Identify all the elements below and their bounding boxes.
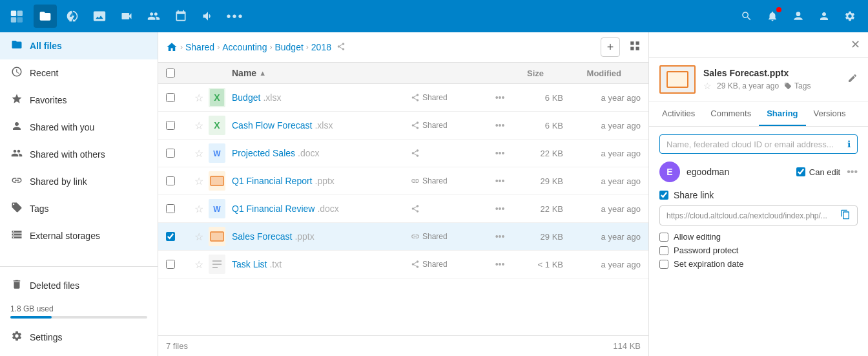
sidebar: All files Recent Favorites Shared with y…: [0, 32, 158, 356]
breadcrumb-home[interactable]: [166, 41, 178, 53]
sidebar-item-settings[interactable]: Settings: [0, 324, 158, 351]
share-user-more-button[interactable]: •••: [847, 166, 858, 178]
settings-icon[interactable]: [838, 5, 862, 28]
file-thumbnail: [659, 65, 696, 94]
nav-gallery-icon[interactable]: [88, 5, 111, 28]
shared-status: Shared: [411, 232, 488, 241]
nav-activity-icon[interactable]: [61, 5, 84, 28]
more-actions[interactable]: •••: [488, 92, 512, 103]
table-row[interactable]: ☆ Task List.txt Shared •••: [158, 251, 648, 278]
more-actions[interactable]: •••: [488, 231, 512, 242]
breadcrumb-shared[interactable]: Shared: [185, 42, 214, 52]
panel-tags-button[interactable]: Tags: [784, 81, 811, 90]
sidebar-item-all-files[interactable]: All files: [0, 32, 158, 59]
table-row[interactable]: ☆ W Projected Sales.docx ••• 22 KB a yea…: [158, 140, 648, 167]
panel-meta: ☆ 29 KB, a year ago Tags: [703, 81, 840, 91]
size-column-header[interactable]: Size: [492, 68, 544, 78]
view-toggle-button[interactable]: [629, 40, 641, 54]
sidebar-item-tags[interactable]: Tags: [0, 195, 158, 222]
table-row[interactable]: ☆ X Cash Flow Forecast.xlsx Shared ••• 6…: [158, 112, 648, 140]
app-logo[interactable]: [6, 5, 30, 28]
svg-rect-1: [17, 11, 23, 16]
share-input[interactable]: [666, 140, 847, 149]
panel-edit-icon[interactable]: [847, 73, 858, 86]
breadcrumb-budget[interactable]: Budget: [274, 42, 303, 52]
more-actions[interactable]: •••: [488, 259, 512, 269]
row-checkbox[interactable]: [166, 232, 189, 241]
star-button[interactable]: ☆: [189, 120, 209, 132]
panel-star-icon[interactable]: ☆: [703, 81, 712, 91]
nav-files-icon[interactable]: [34, 5, 57, 28]
file-name[interactable]: Q1 Financial Report.pptx: [232, 176, 411, 186]
star-button[interactable]: ☆: [189, 92, 209, 104]
row-checkbox[interactable]: [166, 149, 189, 158]
copy-link-button[interactable]: [840, 209, 851, 222]
more-actions[interactable]: •••: [488, 120, 512, 131]
star-button[interactable]: ☆: [189, 258, 209, 271]
sidebar-item-shared-by-link[interactable]: Shared by link: [0, 168, 158, 195]
sidebar-item-recent[interactable]: Recent: [0, 59, 158, 87]
breadcrumb-2018[interactable]: 2018: [311, 42, 331, 52]
table-row[interactable]: ☆ Q1 Financial Report.pptx Shared •••: [158, 167, 648, 195]
panel-tabs: Activities Comments Sharing Versions: [649, 102, 868, 127]
row-checkbox[interactable]: [166, 176, 189, 185]
can-edit-checkbox[interactable]: [796, 167, 805, 176]
sidebar-item-shared-with-others[interactable]: Shared with others: [0, 141, 158, 168]
search-icon[interactable]: [735, 5, 758, 28]
modified-column-header[interactable]: Modified: [544, 68, 621, 78]
sidebar-item-shared-with-you[interactable]: Shared with you: [0, 114, 158, 141]
sidebar-item-favorites[interactable]: Favorites: [0, 87, 158, 114]
file-name[interactable]: Cash Flow Forecast.xlsx: [232, 120, 411, 131]
breadcrumb-accounting[interactable]: Accounting: [222, 42, 267, 52]
table-row[interactable]: ☆ Sales Forecast.pptx Shared ••• 29 KB: [158, 223, 648, 251]
notifications-icon[interactable]: [761, 5, 784, 28]
nav-more-icon[interactable]: •••: [223, 5, 247, 28]
more-actions[interactable]: •••: [488, 148, 512, 158]
table-row[interactable]: ☆ W Q1 Financial Review.docx ••• 22 KB a…: [158, 195, 648, 223]
tab-sharing[interactable]: Sharing: [759, 102, 805, 126]
table-row[interactable]: ☆ X Budget.xlsx Shared ••• 6 KB: [158, 84, 648, 112]
svg-text:X: X: [214, 120, 220, 131]
file-name[interactable]: Budget.xlsx: [232, 92, 411, 103]
name-column-header[interactable]: Name ▲: [232, 68, 391, 78]
person-icon[interactable]: [812, 5, 836, 28]
nav-audio-icon[interactable]: [196, 5, 220, 28]
shared-status: Shared: [411, 176, 488, 185]
star-button[interactable]: ☆: [189, 175, 209, 187]
panel-close-button[interactable]: ✕: [851, 37, 860, 52]
share-link-checkbox[interactable]: [659, 191, 668, 200]
sidebar-all-files-label: All files: [30, 41, 62, 51]
share-input-container: ℹ: [659, 134, 858, 154]
tab-versions[interactable]: Versions: [806, 102, 854, 126]
nav-contacts-icon[interactable]: [142, 5, 165, 28]
row-checkbox[interactable]: [166, 93, 189, 102]
user-avatar-icon[interactable]: [787, 5, 810, 28]
add-new-button[interactable]: +: [601, 37, 620, 57]
star-button[interactable]: ☆: [189, 231, 209, 243]
sidebar-item-external-storages[interactable]: External storages: [0, 222, 158, 249]
nav-calendar-icon[interactable]: [169, 5, 192, 28]
more-actions[interactable]: •••: [488, 176, 512, 186]
more-actions[interactable]: •••: [488, 204, 512, 214]
password-protect-checkbox[interactable]: [659, 246, 668, 255]
file-name[interactable]: Projected Sales.docx: [232, 148, 411, 158]
nav-video-icon[interactable]: [115, 5, 138, 28]
sidebar-item-deleted-files[interactable]: Deleted files: [0, 272, 158, 299]
tab-activities[interactable]: Activities: [654, 102, 703, 126]
file-name[interactable]: Sales Forecast.pptx: [232, 231, 411, 242]
file-modified: a year ago: [563, 260, 641, 269]
star-button[interactable]: ☆: [189, 203, 209, 215]
select-all-checkbox[interactable]: [166, 68, 189, 78]
tab-comments[interactable]: Comments: [703, 102, 759, 126]
row-checkbox[interactable]: [166, 204, 189, 213]
file-name[interactable]: Task List.txt: [232, 259, 411, 269]
file-name[interactable]: Q1 Financial Review.docx: [232, 204, 411, 214]
file-type-icon: [209, 171, 232, 191]
set-expiration-checkbox[interactable]: [659, 260, 668, 269]
row-checkbox[interactable]: [166, 121, 189, 130]
star-button[interactable]: ☆: [189, 147, 209, 160]
breadcrumb-share-icon[interactable]: [336, 42, 346, 53]
select-all-input[interactable]: [166, 68, 175, 78]
allow-editing-checkbox[interactable]: [659, 233, 668, 242]
row-checkbox[interactable]: [166, 260, 189, 269]
